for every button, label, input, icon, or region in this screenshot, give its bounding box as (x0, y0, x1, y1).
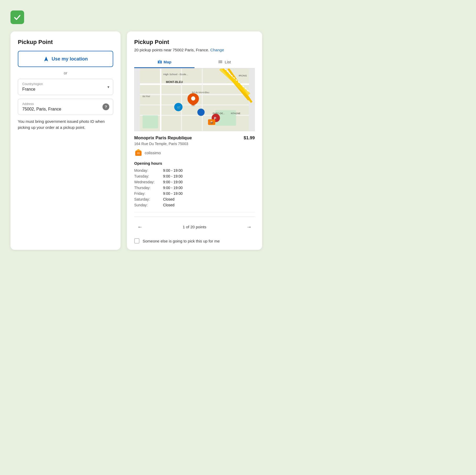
prev-button[interactable]: ← (134, 221, 146, 233)
map-svg: High School - Ecole... MONT-BLEU Bd Riel… (134, 69, 255, 131)
country-value: France (22, 87, 35, 91)
svg-point-7 (219, 62, 219, 62)
address-label: Address (22, 102, 109, 106)
svg-point-6 (219, 60, 219, 61)
change-link[interactable]: Change (210, 48, 224, 52)
svg-text:IRONS: IRONS (239, 74, 247, 77)
hours-day: Friday: (134, 191, 163, 196)
subtitle-row: 20 pickup points near 75002 Paris, Franc… (134, 48, 255, 52)
help-icon[interactable]: ? (102, 103, 109, 110)
svg-point-32 (197, 109, 205, 116)
or-divider: or (18, 71, 113, 75)
svg-rect-1 (159, 60, 160, 63)
list-tab-icon (218, 59, 223, 64)
opening-hours: Opening hours Monday:9:00 - 19:00Tuesday… (134, 161, 255, 208)
address-value: 75002, Paris, France (22, 107, 61, 111)
use-location-button[interactable]: Use my location (18, 51, 113, 67)
checkbox-row: Someone else is going to pick this up fo… (134, 237, 255, 244)
svg-text:MONT-BLEU: MONT-BLEU (166, 80, 183, 84)
main-layout: Pickup Point Use my location or Country/… (10, 31, 262, 250)
hours-day: Wednesday: (134, 180, 163, 184)
svg-text:Bd Riel: Bd Riel (143, 95, 150, 98)
hours-time: 9:00 - 19:00 (163, 174, 183, 178)
hours-time: 9:00 - 19:00 (163, 186, 183, 190)
hours-time: 9:00 - 19:00 (163, 191, 183, 196)
svg-rect-22 (143, 115, 158, 129)
hours-day: Sunday: (134, 203, 163, 207)
country-label: Country/region (22, 82, 109, 86)
svg-marker-41 (135, 149, 142, 151)
tab-map-label: Map (164, 60, 171, 64)
pickup-other-checkbox[interactable] (134, 238, 139, 244)
map-container[interactable]: High School - Ecole... MONT-BLEU Bd Riel… (134, 68, 255, 131)
store-name: Monoprix Paris Republique (134, 135, 192, 141)
subtitle-text: 20 pickup points near 75002 Paris, Franc… (134, 48, 209, 52)
colissimo-icon (134, 148, 143, 157)
hours-row: Monday:9:00 - 19:00 (134, 168, 255, 173)
svg-text:📦: 📦 (210, 120, 213, 124)
hours-row: Tuesday:9:00 - 19:00 (134, 173, 255, 179)
page-info: 1 of 20 points (183, 225, 206, 229)
tab-list[interactable]: List (194, 56, 255, 68)
country-field[interactable]: Country/region France ▾ (18, 79, 113, 95)
colissimo-badge: colissimo (134, 148, 255, 157)
hours-day: Thursday: (134, 186, 163, 190)
hours-row: Sunday:Closed (134, 202, 255, 208)
hours-row: Wednesday:9:00 - 19:00 (134, 179, 255, 185)
right-panel-title: Pickup Point (134, 39, 255, 46)
app-logo (10, 10, 24, 24)
hours-day: Saturday: (134, 197, 163, 201)
check-icon (13, 13, 21, 21)
tab-bar: Map List (134, 56, 255, 68)
store-address: 164 Rue Du Temple, Paris 75003 (134, 142, 255, 146)
hours-time: 9:00 - 19:00 (163, 168, 183, 173)
store-price: $1.99 (244, 135, 255, 141)
store-name-row: Monoprix Paris Republique $1.99 (134, 135, 255, 141)
tab-map[interactable]: Map (134, 56, 194, 68)
hours-time: 9:00 - 19:00 (163, 180, 183, 184)
next-button[interactable]: → (243, 221, 255, 233)
svg-text:🛒: 🛒 (177, 106, 181, 110)
hours-day: Monday: (134, 168, 163, 173)
dropdown-arrow-icon: ▾ (107, 85, 109, 89)
right-panel: Pickup Point 20 pickup points near 75002… (127, 31, 262, 250)
svg-point-31 (191, 96, 195, 101)
hours-row: Saturday:Closed (134, 196, 255, 202)
pagination: ← 1 of 20 points → (134, 217, 255, 233)
svg-point-8 (219, 63, 219, 63)
address-field[interactable]: Address 75002, Paris, France ? (18, 99, 113, 115)
left-panel: Pickup Point Use my location or Country/… (10, 31, 121, 250)
left-panel-title: Pickup Point (18, 39, 113, 46)
svg-text:High School - Ecole...: High School - Ecole... (163, 73, 188, 76)
hours-time: Closed (163, 197, 175, 201)
hours-row: Friday:9:00 - 19:00 (134, 191, 255, 196)
pickup-other-label: Someone else is going to pick this up fo… (143, 239, 220, 243)
hours-list: Monday:9:00 - 19:00Tuesday:9:00 - 19:00W… (134, 168, 255, 208)
hours-row: Thursday:9:00 - 19:00 (134, 185, 255, 191)
map-tab-icon (157, 59, 162, 64)
hours-time: Closed (163, 203, 175, 207)
svg-rect-42 (137, 152, 140, 154)
location-arrow-icon (43, 56, 49, 62)
svg-text:NTAGNE: NTAGNE (231, 112, 241, 115)
notice-text: You must bring government issued photo I… (18, 119, 113, 130)
colissimo-name: colissimo (145, 151, 161, 155)
hours-title: Opening hours (134, 161, 255, 165)
store-info: Monoprix Paris Republique $1.99 164 Rue … (134, 131, 255, 212)
tab-list-label: List (225, 60, 231, 64)
use-location-label: Use my location (52, 56, 88, 62)
hours-day: Tuesday: (134, 174, 163, 178)
